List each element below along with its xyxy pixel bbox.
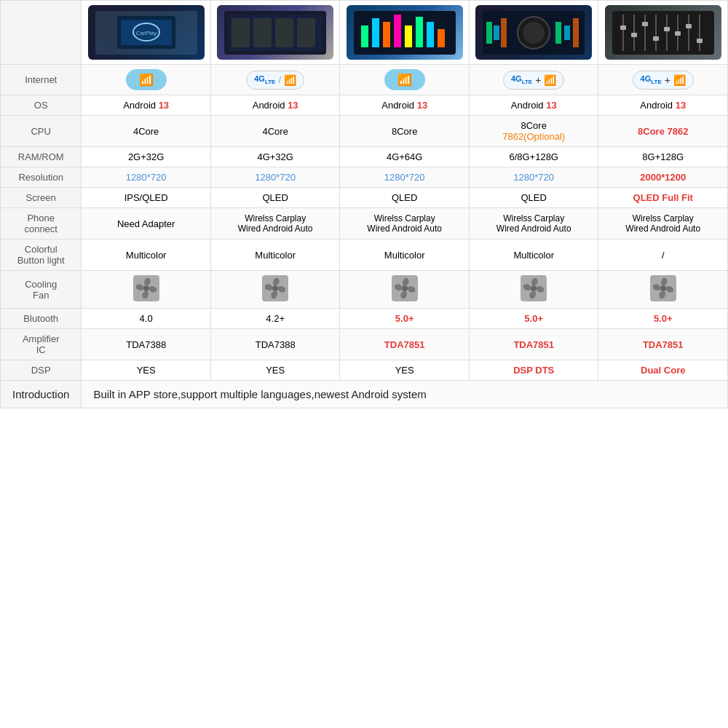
svg-rect-14 bbox=[394, 15, 401, 47]
svg-rect-18 bbox=[438, 29, 445, 47]
svg-rect-22 bbox=[486, 22, 492, 44]
phone-label: Phoneconnect bbox=[1, 208, 82, 240]
resolution-row: Resolution 1280*720 1280*720 1280*720 12… bbox=[1, 167, 728, 188]
svg-rect-25 bbox=[555, 22, 561, 44]
p1-screen: IPS/QLED bbox=[82, 188, 211, 208]
p4-bt-value: 5.0+ bbox=[524, 313, 543, 324]
p5-os: Android 13 bbox=[598, 95, 728, 116]
p3-os-version: 13 bbox=[417, 100, 427, 111]
p3-dsp: YES bbox=[340, 360, 470, 381]
p5-button: / bbox=[598, 240, 728, 271]
p4-internet: 4GLTE + 📶 bbox=[469, 65, 598, 95]
p5-os-version: 13 bbox=[676, 100, 686, 111]
fan-icon-p3 bbox=[392, 275, 418, 301]
product-images-row: CarPlay bbox=[1, 1, 728, 65]
p3-button: Multicolor bbox=[340, 240, 470, 271]
os-label: OS bbox=[1, 95, 82, 116]
p2-phone: Wirelss CarplayWired Android Auto bbox=[210, 208, 340, 240]
svg-text:CarPlay: CarPlay bbox=[135, 30, 156, 36]
svg-rect-15 bbox=[405, 25, 412, 47]
phone-row: Phoneconnect Need Adapter Wirelss Carpla… bbox=[1, 208, 728, 240]
p5-dsp-value: Dual Core bbox=[641, 365, 685, 376]
fan-icon-p2 bbox=[262, 275, 288, 301]
p5-dsp: Dual Core bbox=[598, 360, 728, 381]
p3-cpu: 8Core bbox=[340, 116, 470, 147]
4g-text-p5: 4GLTE bbox=[641, 74, 662, 85]
svg-rect-6 bbox=[232, 18, 250, 47]
svg-rect-44 bbox=[697, 39, 703, 43]
p1-os: Android 13 bbox=[82, 95, 211, 116]
svg-rect-24 bbox=[501, 18, 507, 47]
p4-res-value: 1280*720 bbox=[513, 172, 554, 183]
wifi-icon-p2: 📶 bbox=[284, 74, 296, 86]
button-light-row: ColorfulButton light Multicolor Multicol… bbox=[1, 240, 728, 271]
p4-cpu: 8Core7862(Optional) bbox=[469, 116, 598, 147]
p1-amp: TDA7388 bbox=[82, 329, 211, 360]
cpu-label: CPU bbox=[1, 116, 82, 147]
p5-amp: TDA7851 bbox=[598, 329, 728, 360]
p3-os: Android 13 bbox=[340, 95, 470, 116]
svg-rect-23 bbox=[494, 25, 499, 40]
p3-amp-value: TDA7851 bbox=[384, 339, 425, 350]
internet-row: Internet 📶 4GLTE / 📶 📶 4GLTE + 📶 bbox=[1, 65, 728, 95]
svg-point-54 bbox=[660, 285, 666, 291]
p4-dsp-value: DSP DTS bbox=[513, 365, 554, 376]
product-5-image bbox=[598, 1, 728, 65]
p2-dsp: YES bbox=[210, 360, 340, 381]
svg-point-50 bbox=[402, 285, 408, 291]
p1-dsp: YES bbox=[82, 360, 211, 381]
wifi-icon-p4: 📶 bbox=[544, 74, 556, 86]
ram-row: RAM/ROM 2G+32G 4G+32G 4G+64G 6/8G+128G 8… bbox=[1, 147, 728, 167]
p2-os-version: 13 bbox=[288, 100, 298, 111]
4g-badge-p4: 4GLTE + 📶 bbox=[503, 71, 564, 90]
fan-row: CoolingFan bbox=[1, 271, 728, 309]
p3-resolution: 1280*720 bbox=[340, 167, 470, 188]
p4-bluetooth: 5.0+ bbox=[469, 309, 598, 329]
svg-rect-13 bbox=[383, 22, 390, 47]
product-2-image bbox=[210, 1, 340, 65]
p2-cpu: 4Core bbox=[210, 116, 340, 147]
p3-bt-value: 5.0+ bbox=[395, 313, 414, 324]
wifi-icon-p5: 📶 bbox=[673, 74, 686, 86]
intro-text: Built in APP store,support multiple lang… bbox=[82, 381, 728, 408]
screen-row: Screen IPS/QLED QLED QLED QLED QLED Full… bbox=[1, 188, 728, 208]
p4-amp: TDA7851 bbox=[469, 329, 598, 360]
p1-resolution: 1280*720 bbox=[82, 167, 211, 188]
p5-cpu: 8Core 7862 bbox=[598, 116, 728, 147]
fan-icon-p1 bbox=[133, 275, 159, 301]
p4-fan bbox=[469, 271, 598, 309]
bluetooth-label: Blutooth bbox=[1, 309, 82, 329]
p5-screen-value: QLED Full Fit bbox=[633, 192, 693, 203]
p4-amp-value: TDA7851 bbox=[513, 339, 554, 350]
svg-point-48 bbox=[272, 285, 278, 291]
p2-os: Android 13 bbox=[210, 95, 340, 116]
p3-ram: 4G+64G bbox=[340, 147, 470, 167]
svg-rect-26 bbox=[564, 25, 570, 40]
p5-bt-value: 5.0+ bbox=[654, 313, 673, 324]
comparison-table: CarPlay bbox=[0, 0, 728, 408]
p2-fan bbox=[210, 271, 340, 309]
p2-internet: 4GLTE / 📶 bbox=[210, 65, 340, 95]
svg-rect-8 bbox=[275, 18, 293, 47]
p5-fan bbox=[598, 271, 728, 309]
svg-point-52 bbox=[531, 285, 537, 291]
intro-label: Introduction bbox=[1, 381, 82, 408]
p5-cpu-value: 8Core 7862 bbox=[638, 126, 688, 137]
p4-dsp: DSP DTS bbox=[469, 360, 598, 381]
p1-fan bbox=[82, 271, 211, 309]
svg-rect-11 bbox=[361, 25, 368, 47]
svg-rect-27 bbox=[573, 18, 579, 47]
p2-bluetooth: 4.2+ bbox=[210, 309, 340, 329]
4g-text-p4: 4GLTE bbox=[511, 74, 532, 85]
svg-rect-16 bbox=[416, 17, 423, 47]
resolution-label: Resolution bbox=[1, 167, 82, 188]
wifi-icon-p1: 📶 bbox=[139, 73, 154, 87]
p4-os: Android 13 bbox=[469, 95, 598, 116]
svg-point-46 bbox=[143, 285, 149, 291]
svg-rect-38 bbox=[631, 33, 637, 37]
4g-badge-p2: 4GLTE / 📶 bbox=[246, 71, 304, 90]
cpu-row: CPU 4Core 4Core 8Core 8Core7862(Optional… bbox=[1, 116, 728, 147]
p4-phone: Wirelss CarplayWired Android Auto bbox=[469, 208, 598, 240]
p1-cpu: 4Core bbox=[82, 116, 211, 147]
os-row: OS Android 13 Android 13 Android 13 Andr… bbox=[1, 95, 728, 116]
